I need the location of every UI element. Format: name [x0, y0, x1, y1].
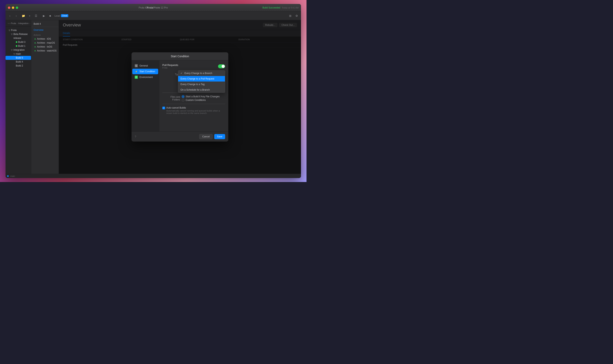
general-icon: G [135, 64, 138, 67]
radio-custom[interactable]: Custom Conditions [182, 99, 220, 102]
auto-cancel-section: Auto-cancel Builds Automatically cancel … [162, 106, 225, 114]
stop-button[interactable]: ■ [47, 13, 53, 19]
beta-release-icon: ▽ [11, 33, 13, 35]
save-button[interactable]: Save [214, 134, 225, 139]
pr-toggle[interactable] [218, 64, 225, 68]
traffic-lights [8, 7, 18, 9]
files-folders-row: Files and Folders Start a Build if Any F… [162, 95, 225, 102]
auto-cancel-check [162, 107, 165, 109]
files-folders-label: Files and Folders [162, 96, 180, 101]
modal-titlebar: Start Condition [132, 52, 228, 60]
modal-sidebar: G General ⚡ Start Condition E Environmen… [132, 60, 159, 131]
build3-dot [16, 41, 17, 43]
dropdown-item-schedule[interactable]: On a Schedule for a Branch [178, 87, 225, 92]
nav-build2[interactable]: Build 2 [6, 64, 31, 68]
forward-button[interactable]: › [13, 13, 19, 19]
archive-ios-status: ● [34, 38, 36, 40]
build-status: Build Succeeded [263, 6, 280, 9]
int-archive-watchos[interactable]: ● Archive - watchOS [31, 49, 59, 53]
nav-beta-release[interactable]: ▽ Beta Release [6, 32, 31, 36]
filter-icon[interactable]: ☰ [33, 13, 39, 19]
auto-cancel-checkbox[interactable]: Auto-cancel Builds Automatically cancel … [162, 106, 225, 114]
auto-cancel-desc: Automatically cancel running and queued … [166, 110, 225, 114]
titlebar: Fruta main Fruta iOS › iPhone 12 Pro Bui… [6, 4, 301, 12]
run-button[interactable]: ▶ [41, 13, 47, 19]
cancel-button[interactable]: Cancel [199, 134, 213, 139]
maximize-button[interactable] [16, 7, 18, 9]
nav-integration[interactable]: ▽ Integration [6, 48, 31, 52]
footer-buttons: Cancel Save [199, 134, 225, 139]
device-label: iPhone 12 Pro [153, 6, 168, 9]
int-actions-header: Actions [31, 32, 59, 37]
start-condition-icon: ⚡ [135, 70, 138, 73]
minimize-button[interactable] [12, 7, 14, 9]
overview-panel: Overview Rebuild... Check Out... Details… [59, 20, 301, 174]
simulator-label: Fruta iOS [139, 6, 149, 9]
files-folders-radios: Start a Build if Any File Changes Custom… [182, 95, 220, 102]
dropdown-item-tag[interactable]: Every Change to a Tag [178, 81, 225, 87]
nav-build3[interactable]: Build 3 [6, 40, 31, 44]
pr-subtitle: Fruta [162, 66, 178, 69]
type-label: Type [162, 73, 180, 76]
close-button[interactable] [8, 7, 10, 9]
breadcrumb: ‹ › Fruta › Integration › main › Build 5… [6, 20, 31, 27]
int-overview[interactable]: Overview [31, 28, 59, 32]
archive-macos-status: ● [34, 41, 36, 44]
navigator: ‹ › Fruta › Integration › main › Build 5… [6, 20, 31, 174]
archive-tvos-status: ● [34, 45, 36, 48]
forward-nav-btn[interactable]: › [10, 22, 10, 25]
breadcrumb-integration[interactable]: Integration [18, 22, 29, 25]
modal-nav-environment[interactable]: E Environment [132, 74, 158, 80]
modal-nav-general[interactable]: G General [132, 63, 158, 68]
nav-build4[interactable]: Build 4 [6, 60, 31, 64]
start-condition-modal: Start Condition G General ⚡ Sta [132, 52, 228, 142]
toolbar: ‹ › 📁 + ☰ ▶ ■ Local Cloud ⊞ ⚙ [6, 12, 301, 20]
modal-overlay: Start Condition G General ⚡ Sta [59, 20, 301, 174]
build1-dot [16, 45, 17, 47]
integration-icon: ▽ [11, 49, 13, 51]
radio-any-circle [182, 95, 185, 98]
pr-title: Pull Requests [162, 64, 178, 66]
local-label: Local [54, 15, 60, 17]
nav-build5[interactable]: Build 5 [6, 56, 31, 60]
fruta-icon: ▽ [9, 29, 10, 31]
build-time: Today at 9:41 AM [282, 7, 299, 9]
modal-body: G General ⚡ Start Condition E Environmen… [132, 60, 228, 131]
branch-status: main [10, 175, 15, 177]
inspector-toggle[interactable]: ⊞ [288, 13, 293, 19]
main-window: Fruta main Fruta iOS › iPhone 12 Pro Bui… [6, 4, 301, 178]
nav-main[interactable]: ▽ main [6, 52, 31, 56]
type-dropdown: Every Change to a Branch Every Change to… [178, 70, 225, 93]
int-archive-tvos[interactable]: ● Archive - tvOS [31, 45, 59, 49]
bottom-bar: main [6, 174, 301, 178]
dropdown-item-pr[interactable]: Every Change to a Pull Request [178, 76, 225, 81]
modal-content: Pull Requests Fruta Type [159, 60, 228, 131]
pr-header: Pull Requests Fruta [162, 64, 225, 69]
int-archive-ios[interactable]: ● Archive - iOS [31, 37, 59, 41]
folder-icon[interactable]: 📁 [21, 13, 26, 19]
settings-icon[interactable]: ⚙ [294, 13, 299, 19]
int-archive-macos[interactable]: ● Archive - macOS [31, 41, 59, 45]
status-indicator [7, 175, 9, 177]
modal-nav-start-condition[interactable]: ⚡ Start Condition [132, 69, 158, 74]
cloud-label[interactable]: Cloud [61, 14, 68, 17]
nav-build1[interactable]: Build 1 [6, 44, 31, 48]
back-nav-btn[interactable]: ‹ [8, 22, 9, 25]
dropdown-item-branch[interactable]: Every Change to a Branch [178, 70, 225, 76]
int-build4[interactable]: Build 4 [31, 20, 59, 26]
modal-title: Start Condition [171, 55, 189, 58]
toggle-thumb [222, 65, 225, 68]
main-icon: ▽ [13, 53, 15, 55]
help-button[interactable]: ? [135, 135, 136, 138]
type-row: Type Every Change to a Pull Request ▼ [162, 72, 225, 77]
back-button[interactable]: ‹ [7, 13, 13, 19]
environment-icon: E [135, 76, 138, 79]
archive-watchos-status: ● [34, 49, 36, 52]
nav-release[interactable]: release [6, 36, 31, 40]
add-icon[interactable]: + [27, 13, 32, 19]
modal-footer: ? Cancel Save [132, 131, 228, 142]
main-layout: ‹ › Fruta › Integration › main › Build 5… [6, 20, 301, 174]
breadcrumb-fruta[interactable]: Fruta [11, 22, 16, 25]
nav-fruta[interactable]: ▽ Fruta [6, 28, 31, 32]
radio-any-file[interactable]: Start a Build if Any File Changes [182, 95, 220, 98]
